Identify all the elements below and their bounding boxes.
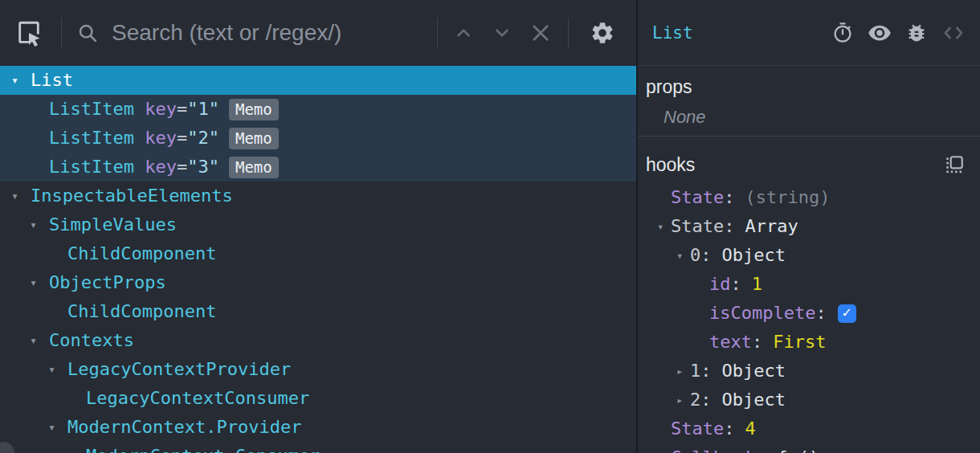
expand-arrow-icon[interactable]: ▾ bbox=[676, 241, 690, 270]
hook-row[interactable]: ▾State:Array bbox=[638, 212, 980, 241]
close-icon bbox=[529, 22, 552, 44]
bug-icon bbox=[905, 22, 928, 44]
hooks-title: hooks bbox=[646, 154, 940, 176]
hook-colon: : bbox=[752, 328, 762, 357]
expand-arrow-icon[interactable]: ▸ bbox=[676, 386, 690, 414]
component-name-label: ChildComponent bbox=[67, 297, 216, 326]
component-tree-panel: ▾ListListItem key="1"MemoListItem key="2… bbox=[0, 0, 636, 453]
stopwatch-icon bbox=[831, 22, 854, 44]
hook-row[interactable]: ▾0:Object bbox=[638, 241, 980, 270]
search-icon bbox=[76, 22, 99, 44]
hook-colon: : bbox=[756, 443, 766, 453]
inspect-element-button[interactable] bbox=[6, 10, 51, 55]
hook-row[interactable]: ▸1:Object bbox=[638, 357, 980, 386]
hook-colon: : bbox=[724, 414, 734, 443]
hook-value: (string) bbox=[745, 183, 830, 212]
key-attribute-name: key bbox=[134, 153, 177, 182]
search-next-button[interactable] bbox=[483, 10, 521, 55]
key-attribute-value: "3" bbox=[187, 153, 219, 182]
hook-colon: : bbox=[724, 212, 734, 241]
tree-row[interactable]: ListItem key="3"Memo bbox=[0, 153, 636, 182]
expand-arrow-icon[interactable]: ▾ bbox=[30, 268, 49, 297]
key-attribute-value: "1" bbox=[187, 95, 219, 124]
tree-row[interactable]: ▾SimpleValues bbox=[0, 210, 636, 239]
toolbar-divider bbox=[437, 18, 438, 48]
hook-colon: : bbox=[700, 357, 711, 386]
props-empty-value: None bbox=[664, 107, 980, 128]
hook-name: State bbox=[671, 183, 724, 212]
search-clear-button[interactable] bbox=[521, 10, 560, 55]
is-complete-checkbox[interactable]: ✓ bbox=[838, 304, 856, 323]
expand-arrow-icon[interactable]: ▾ bbox=[11, 66, 31, 95]
parse-hook-names-button[interactable] bbox=[940, 151, 969, 178]
hook-name: 2 bbox=[690, 386, 700, 414]
expand-arrow-icon[interactable]: ▾ bbox=[657, 212, 671, 241]
component-name-label: ChildComponent bbox=[67, 239, 216, 268]
tree-row[interactable]: ▾ObjectProps bbox=[0, 268, 636, 297]
inspected-element-panel: List props bbox=[636, 0, 980, 453]
tree-row[interactable]: ChildComponent bbox=[0, 297, 636, 326]
hook-row[interactable]: isComplete:✓ bbox=[638, 299, 980, 328]
hook-row[interactable]: id:1 bbox=[638, 270, 980, 299]
view-source-button[interactable] bbox=[935, 13, 972, 53]
hook-row[interactable]: text:First bbox=[638, 328, 980, 357]
key-equals: = bbox=[177, 95, 187, 124]
search-input[interactable] bbox=[112, 9, 437, 57]
hook-value: Array bbox=[745, 212, 798, 241]
expand-arrow-icon[interactable]: ▾ bbox=[30, 210, 49, 239]
hooks-section: hooks State:(string)▾State:Array▾0:Objec… bbox=[638, 137, 980, 453]
hook-row[interactable]: ▸2:Object bbox=[638, 386, 980, 414]
component-name-label: Contexts bbox=[49, 326, 134, 355]
component-name-label: ObjectProps bbox=[49, 268, 166, 297]
expand-arrow-icon[interactable]: ▸ bbox=[676, 357, 690, 386]
search-prev-button[interactable] bbox=[444, 10, 483, 55]
inspected-element-header: List bbox=[638, 0, 980, 66]
component-tree[interactable]: ▾ListListItem key="1"MemoListItem key="2… bbox=[0, 66, 636, 453]
log-component-button[interactable] bbox=[898, 13, 935, 53]
component-name-label: LegacyContextConsumer bbox=[86, 384, 309, 413]
expand-arrow-icon[interactable]: ▾ bbox=[48, 413, 67, 442]
tree-row[interactable]: ▾Contexts bbox=[0, 326, 636, 355]
hook-value: 4 bbox=[745, 414, 755, 443]
tree-row[interactable]: ▾ModernContext.Provider bbox=[0, 413, 636, 442]
hook-value: ƒ () bbox=[777, 443, 819, 453]
tree-row[interactable]: ListItem key="1"Memo bbox=[0, 95, 636, 124]
tree-row[interactable]: LegacyContextConsumer bbox=[0, 384, 636, 413]
tree-row[interactable]: ChildComponent bbox=[0, 239, 636, 268]
hook-value: Object bbox=[722, 357, 786, 386]
tree-row[interactable]: ModernContext.Consumer bbox=[0, 442, 636, 453]
key-equals: = bbox=[177, 153, 187, 182]
tree-row[interactable]: ▾List bbox=[0, 66, 636, 95]
selected-component-name: List bbox=[652, 23, 824, 43]
hook-row[interactable]: State:(string) bbox=[638, 183, 980, 212]
hook-name: 0 bbox=[690, 241, 700, 270]
hook-name: State bbox=[671, 212, 724, 241]
hook-value: First bbox=[773, 328, 826, 357]
settings-button[interactable] bbox=[582, 10, 623, 55]
expand-arrow-icon[interactable]: ▾ bbox=[30, 326, 49, 355]
key-attribute-name: key bbox=[134, 124, 177, 153]
tree-row[interactable]: ListItem key="2"Memo bbox=[0, 124, 636, 153]
component-name-label: ModernContext.Provider bbox=[67, 413, 301, 442]
inspect-dom-button[interactable] bbox=[861, 13, 898, 53]
component-name-label: ModernContext.Consumer bbox=[86, 442, 320, 453]
react-devtools-components-panel: ▾ListListItem key="1"MemoListItem key="2… bbox=[0, 0, 980, 453]
hook-colon: : bbox=[700, 241, 711, 270]
hooks-list: State:(string)▾State:Array▾0:Objectid:1i… bbox=[638, 183, 980, 453]
expand-arrow-icon[interactable]: ▾ bbox=[11, 182, 31, 210]
inspect-element-icon bbox=[15, 19, 43, 47]
memo-badge: Memo bbox=[229, 128, 279, 149]
hook-name: id bbox=[709, 270, 731, 299]
tree-row[interactable]: ▾LegacyContextProvider bbox=[0, 355, 636, 384]
key-attribute-value: "2" bbox=[187, 124, 219, 153]
tree-row[interactable]: ▾InspectableElements bbox=[0, 182, 636, 210]
hook-row[interactable]: Callback:ƒ () bbox=[638, 443, 980, 453]
hook-value: Object bbox=[722, 241, 786, 270]
hook-row[interactable]: State:4 bbox=[638, 414, 980, 443]
search-bar bbox=[62, 9, 437, 57]
key-attribute-name: key bbox=[134, 95, 177, 124]
expand-arrow-icon[interactable]: ▾ bbox=[48, 355, 67, 384]
suspense-timer-button[interactable] bbox=[824, 13, 861, 53]
component-name-label: ListItem bbox=[49, 95, 134, 124]
props-section: props None bbox=[638, 66, 980, 137]
